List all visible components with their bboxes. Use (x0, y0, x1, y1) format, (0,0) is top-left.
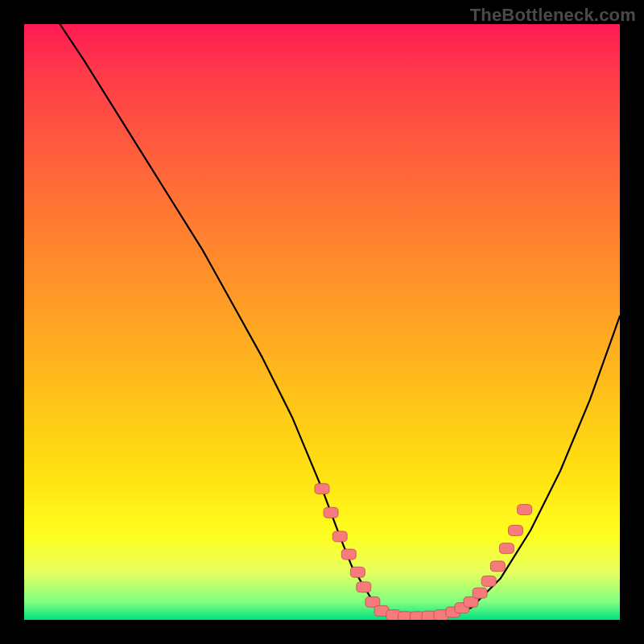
curve-markers (315, 484, 532, 620)
chart-frame: TheBottleneck.com (0, 0, 644, 644)
watermark-text: TheBottleneck.com (470, 5, 636, 26)
plot-area (24, 24, 620, 620)
chart-svg (24, 24, 620, 620)
bottleneck-curve (60, 24, 620, 618)
